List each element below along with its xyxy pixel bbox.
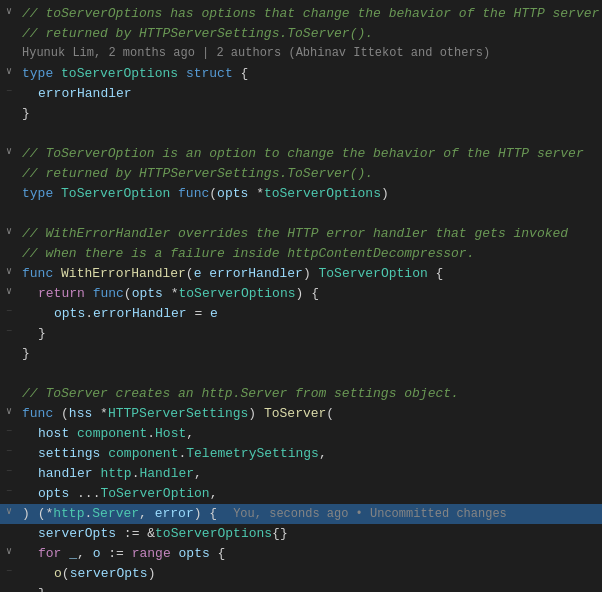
code-line-3: type toServerOptions struct { [18, 64, 602, 84]
collapse-24[interactable]: ∨ [6, 544, 12, 559]
code-blank-3 [18, 364, 602, 384]
line-4: − errorHandler [0, 84, 602, 104]
collapse-3[interactable]: ∨ [6, 64, 12, 79]
code-blank-2 [18, 204, 602, 224]
line-23: serverOpts := &toServerOptions{} [0, 524, 602, 544]
line-12: ∨ return func(opts *toServerOptions) { [0, 284, 602, 304]
gutter-22[interactable]: ∨ [0, 504, 18, 519]
code-line-4: errorHandler [18, 84, 602, 104]
code-line-19: settings component.TelemetrySettings, [18, 444, 602, 464]
line-3: ∨ type toServerOptions struct { [0, 64, 602, 84]
code-line-2: // returned by HTTPServerSettings.ToServ… [18, 24, 602, 44]
line-18: − host component.Host, [0, 424, 602, 444]
line-22: ∨ ) (*http.Server, error) {You, seconds … [0, 504, 602, 524]
code-line-13: opts.errorHandler = e [18, 304, 602, 324]
gutter-12[interactable]: ∨ [0, 284, 18, 299]
code-line-1: // toServerOptions has options that chan… [18, 4, 602, 24]
line-16: // ToServer creates an http.Server from … [0, 384, 602, 404]
code-line-21: opts ...ToServerOption, [18, 484, 602, 504]
collapse-9[interactable]: ∨ [6, 224, 12, 239]
code-line-15: } [18, 344, 602, 364]
line-17: ∨ func (hss *HTTPServerSettings) ToServe… [0, 404, 602, 424]
code-line-12: return func(opts *toServerOptions) { [18, 284, 602, 304]
line-21: − opts ...ToServerOption, [0, 484, 602, 504]
collapse-11[interactable]: ∨ [6, 264, 12, 279]
code-line-5: } [18, 104, 602, 124]
line-14: − } [0, 324, 602, 344]
gutter-25[interactable]: − [0, 564, 18, 579]
code-blank-1 [18, 124, 602, 144]
gutter-21[interactable]: − [0, 484, 18, 499]
gutter-19[interactable]: − [0, 444, 18, 459]
line-25: − o(serverOpts) [0, 564, 602, 584]
gutter-4[interactable]: − [0, 84, 18, 99]
gutter-14[interactable]: − [0, 324, 18, 339]
collapse-17[interactable]: ∨ [6, 404, 12, 419]
gutter-20[interactable]: − [0, 464, 18, 479]
collapse-22[interactable]: ∨ [6, 504, 12, 519]
line-blank-1 [0, 124, 602, 144]
line-13: − opts.errorHandler = e [0, 304, 602, 324]
line-11: ∨ func WithErrorHandler(e errorHandler) … [0, 264, 602, 284]
code-line-26: } [18, 584, 602, 592]
uncommitted-hint: You, seconds ago • Uncommitted changes [233, 507, 507, 521]
gutter-24[interactable]: ∨ [0, 544, 18, 559]
line-8: type ToServerOption func(opts *toServerO… [0, 184, 602, 204]
line-20: − handler http.Handler, [0, 464, 602, 484]
gutter-9[interactable]: ∨ [0, 224, 18, 239]
line-6: ∨ // ToServerOption is an option to chan… [0, 144, 602, 164]
code-line-8: type ToServerOption func(opts *toServerO… [18, 184, 602, 204]
code-line-20: handler http.Handler, [18, 464, 602, 484]
gutter-6[interactable]: ∨ [0, 144, 18, 159]
blame-text: Hyunuk Lim, 2 months ago | 2 authors (Ab… [18, 44, 490, 62]
code-line-7: // returned by HTTPServerSettings.ToServ… [18, 164, 602, 184]
line-5: } [0, 104, 602, 124]
code-line-10: // when there is a failure inside httpCo… [18, 244, 602, 264]
code-line-14: } [18, 324, 602, 344]
gutter-3[interactable]: ∨ [0, 64, 18, 79]
line-9: ∨ // WithErrorHandler overrides the HTTP… [0, 224, 602, 244]
gutter-17[interactable]: ∨ [0, 404, 18, 419]
code-line-25: o(serverOpts) [18, 564, 602, 584]
gutter-18[interactable]: − [0, 424, 18, 439]
line-2: // returned by HTTPServerSettings.ToServ… [0, 24, 602, 44]
code-editor: ∨ // toServerOptions has options that ch… [0, 0, 602, 592]
code-line-18: host component.Host, [18, 424, 602, 444]
gutter-1[interactable]: ∨ [0, 4, 18, 19]
code-line-9: // WithErrorHandler overrides the HTTP e… [18, 224, 602, 244]
blame-line: Hyunuk Lim, 2 months ago | 2 authors (Ab… [0, 44, 602, 64]
line-26: } [0, 584, 602, 592]
code-line-6: // ToServerOption is an option to change… [18, 144, 602, 164]
code-line-17: func (hss *HTTPServerSettings) ToServer( [18, 404, 602, 424]
line-15: } [0, 344, 602, 364]
code-line-11: func WithErrorHandler(e errorHandler) To… [18, 264, 602, 284]
gutter-11[interactable]: ∨ [0, 264, 18, 279]
collapse-1[interactable]: ∨ [6, 4, 12, 19]
line-24: ∨ for _, o := range opts { [0, 544, 602, 564]
code-line-24: for _, o := range opts { [18, 544, 602, 564]
collapse-6[interactable]: ∨ [6, 144, 12, 159]
code-line-16: // ToServer creates an http.Server from … [18, 384, 602, 404]
collapse-12[interactable]: ∨ [6, 284, 12, 299]
line-1: ∨ // toServerOptions has options that ch… [0, 4, 602, 24]
gutter-13[interactable]: − [0, 304, 18, 319]
line-10: // when there is a failure inside httpCo… [0, 244, 602, 264]
line-19: − settings component.TelemetrySettings, [0, 444, 602, 464]
line-blank-3 [0, 364, 602, 384]
line-7: // returned by HTTPServerSettings.ToServ… [0, 164, 602, 184]
code-line-22: ) (*http.Server, error) {You, seconds ag… [18, 504, 602, 524]
code-line-23: serverOpts := &toServerOptions{} [18, 524, 602, 544]
line-blank-2 [0, 204, 602, 224]
